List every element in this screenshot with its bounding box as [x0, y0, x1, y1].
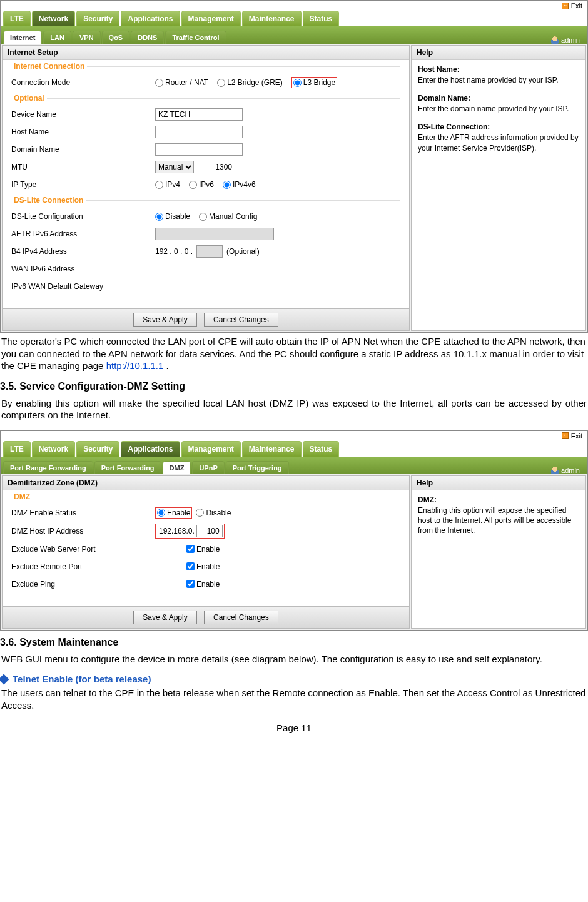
- radio-l2-bridge[interactable]: L2 Bridge (GRE): [217, 78, 283, 87]
- subtab-vpn[interactable]: VPN: [73, 31, 101, 44]
- sub-tab-strip: Internet LAN VPN QoS DDNS Traffic Contro…: [1, 26, 587, 44]
- exit-label-2: Exit: [571, 432, 582, 440]
- tab2-status[interactable]: Status: [303, 441, 340, 457]
- check-exclude-web[interactable]: Enable: [186, 545, 220, 554]
- subtab-qos[interactable]: QoS: [102, 31, 130, 44]
- dmz-ip-prefix: 192.168.0.: [157, 527, 196, 535]
- help-domain-name: Domain Name: Enter the domain name provi…: [418, 94, 579, 114]
- input-mtu-value[interactable]: [198, 161, 235, 173]
- radio-l3-bridge[interactable]: L3 Bridge: [293, 78, 335, 87]
- help-panel: Help Host Name: Enter the host name prov…: [411, 45, 586, 331]
- subtab2-upnp[interactable]: UPnP: [192, 461, 224, 474]
- radio-dmz-enable[interactable]: Enable: [157, 509, 190, 517]
- select-mtu-mode[interactable]: Manual: [155, 161, 194, 173]
- input-domain-name[interactable]: [155, 143, 243, 156]
- subtab2-port-range[interactable]: Port Range Forwarding: [3, 461, 93, 474]
- help-dslite: DS-Lite Connection: Enter the AFTR addre…: [418, 123, 579, 153]
- tab-network[interactable]: Network: [32, 11, 75, 26]
- exit-icon-2: [562, 432, 569, 439]
- highlight-dmz-ip: 192.168.0.: [155, 524, 225, 539]
- screenshot-internet-setup: Exit LTE Network Security Applications M…: [0, 0, 588, 333]
- bullet-telnet-enable: Telnet Enable (for beta release): [0, 674, 588, 684]
- paragraph-telnet: The users can telnet to the CPE in the b…: [0, 687, 588, 711]
- exit-label: Exit: [571, 2, 582, 9]
- radio-dslite-manual[interactable]: Manual Config: [199, 212, 257, 221]
- panel-title-2: Demilitarized Zone (DMZ): [3, 476, 409, 490]
- radio-ipv4[interactable]: IPv4: [155, 180, 180, 189]
- tab2-network[interactable]: Network: [32, 441, 75, 457]
- buttons-bar-2: Save & Apply Cancel Changes: [3, 606, 409, 628]
- exit-link-2[interactable]: Exit: [562, 432, 582, 440]
- cancel-changes-button[interactable]: Cancel Changes: [204, 313, 278, 327]
- tab-management[interactable]: Management: [181, 11, 241, 26]
- user-icon-2: [551, 467, 559, 474]
- radio-router-nat[interactable]: Router / NAT: [155, 78, 208, 87]
- user-info: admin: [551, 36, 585, 44]
- fieldset-dmz: DMZ DMZ Enable Status Enable Disable: [11, 497, 400, 591]
- label-dslite-config: DS-Lite Configuration: [11, 212, 155, 221]
- cancel-changes-button-2[interactable]: Cancel Changes: [204, 611, 278, 624]
- input-b4-octet: [196, 245, 223, 258]
- buttons-bar: Save & Apply Cancel Changes: [3, 308, 409, 330]
- tab2-maintenance[interactable]: Maintenance: [242, 441, 302, 457]
- label-domain-name: Domain Name: [11, 145, 155, 154]
- legend-internet-connection: Internet Connection: [11, 62, 87, 71]
- tab-applications[interactable]: Applications: [121, 11, 180, 26]
- subtab2-port-triggering[interactable]: Port Triggering: [226, 461, 289, 474]
- radio-ipv6[interactable]: IPv6: [189, 180, 214, 189]
- input-host-name[interactable]: [155, 126, 243, 138]
- subtab2-dmz[interactable]: DMZ: [163, 461, 191, 474]
- tab-lte[interactable]: LTE: [3, 11, 31, 26]
- subtab-internet[interactable]: Internet: [3, 31, 42, 44]
- link-cpe-ip[interactable]: http://10.1.1.1: [106, 360, 164, 371]
- label-ip-type: IP Type: [11, 180, 155, 189]
- main-tabs-2: LTE Network Security Applications Manage…: [1, 441, 587, 457]
- exit-icon: [562, 3, 569, 9]
- paragraph-dmz-intro: By enabling this option will make the sp…: [0, 397, 588, 422]
- radio-dmz-disable[interactable]: Disable: [196, 509, 231, 517]
- label-wan-ipv6-gw: IPv6 WAN Default Gateway: [11, 282, 155, 291]
- check-exclude-remote[interactable]: Enable: [186, 562, 220, 571]
- main-panel-2: Demilitarized Zone (DMZ) DMZ DMZ Enable …: [2, 475, 410, 629]
- tab-maintenance[interactable]: Maintenance: [242, 11, 302, 26]
- tab-security[interactable]: Security: [76, 11, 119, 26]
- label-device-name: Device Name: [11, 110, 155, 119]
- paragraph-web-gui: WEB GUI menu to configure the device in …: [0, 653, 588, 666]
- user-name-2: admin: [561, 467, 580, 474]
- screenshot-dmz: Exit LTE Network Security Applications M…: [0, 430, 588, 631]
- tab2-security[interactable]: Security: [76, 441, 119, 457]
- subtab-traffic[interactable]: Traffic Control: [165, 31, 226, 44]
- panel-title: Internet Setup: [3, 46, 409, 60]
- tab2-management[interactable]: Management: [181, 441, 241, 457]
- legend-optional: Optional: [11, 94, 47, 103]
- main-tabs: LTE Network Security Applications Manage…: [1, 11, 587, 26]
- label-aftr: AFTR IPv6 Address: [11, 230, 155, 238]
- legend-dslite: DS-Lite Connection: [11, 196, 86, 205]
- subtab-lan[interactable]: LAN: [43, 31, 71, 44]
- radio-ipv4v6[interactable]: IPv4v6: [223, 180, 256, 189]
- subtab-ddns[interactable]: DDNS: [131, 31, 164, 44]
- save-apply-button[interactable]: Save & Apply: [133, 313, 196, 327]
- sub-tab-strip-2: Port Range Forwarding Port Forwarding DM…: [1, 457, 587, 474]
- label-exclude-web: Exclude Web Server Port: [11, 545, 155, 554]
- highlight-dmz-enable: Enable: [155, 507, 192, 519]
- b4-optional: (Optional): [226, 247, 260, 256]
- check-exclude-ping[interactable]: Enable: [186, 580, 220, 589]
- help-dmz-item: DMZ: Enabling this option will expose th…: [418, 495, 579, 536]
- label-connection-mode: Connection Mode: [11, 78, 155, 87]
- label-exclude-remote: Exclude Remote Port: [11, 562, 155, 571]
- input-dmz-ip-octet[interactable]: [196, 525, 223, 537]
- radio-dslite-disable[interactable]: Disable: [155, 212, 190, 221]
- tab-status[interactable]: Status: [303, 11, 340, 26]
- help-title-2: Help: [412, 476, 585, 490]
- input-device-name[interactable]: [155, 108, 243, 121]
- save-apply-button-2[interactable]: Save & Apply: [133, 611, 196, 624]
- b4-prefix: 192 . 0 . 0 .: [155, 247, 193, 256]
- label-exclude-ping: Exclude Ping: [11, 580, 155, 589]
- main-panel: Internet Setup Internet Connection Conne…: [2, 45, 410, 331]
- exit-link[interactable]: Exit: [562, 2, 582, 9]
- subtab2-port-forwarding[interactable]: Port Forwarding: [94, 461, 161, 474]
- tab2-applications[interactable]: Applications: [121, 441, 180, 457]
- tab2-lte[interactable]: LTE: [3, 441, 31, 457]
- label-b4: B4 IPv4 Address: [11, 247, 155, 256]
